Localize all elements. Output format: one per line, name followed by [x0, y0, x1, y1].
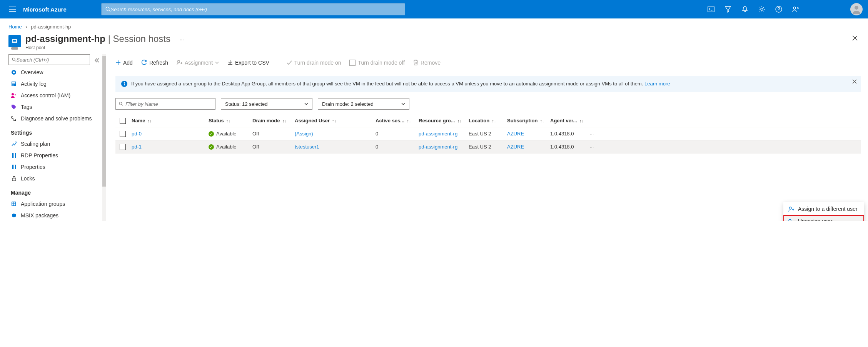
ctx-label: Assign to a different user — [798, 206, 858, 212]
sidebar-search[interactable] — [8, 54, 90, 65]
filter-drain-select[interactable]: Drain mode: 2 selected — [318, 98, 409, 110]
help-button[interactable] — [770, 0, 787, 18]
col-header-drain[interactable]: Drain mode ↑↓ — [251, 118, 293, 123]
trash-icon — [413, 60, 418, 65]
sort-icon: ↑↓ — [147, 118, 152, 123]
feedback-button[interactable] — [787, 0, 804, 18]
location-text: East US 2 — [469, 144, 491, 150]
banner-text: If you have assigned a user group to the… — [131, 81, 644, 87]
svg-point-17 — [15, 120, 16, 121]
global-search-input[interactable] — [111, 7, 401, 12]
svg-rect-29 — [14, 204, 15, 205]
resource-group-link[interactable]: pd-assignment-rg — [419, 131, 457, 137]
col-header-agent[interactable]: Agent ver... ↑↓ — [549, 118, 586, 123]
col-header-user[interactable]: Assigned User ↑↓ — [293, 118, 374, 123]
assigned-user-link[interactable]: (Assign) — [295, 131, 313, 137]
col-header-status[interactable]: Status ↑↓ — [207, 118, 251, 123]
sidebar-search-input[interactable] — [16, 57, 87, 63]
filter-by-name[interactable] — [115, 98, 215, 110]
sidebar-item-rdp-properties[interactable]: RDP Properties — [8, 150, 99, 161]
resource-group-link[interactable]: pd-assignment-rg — [419, 144, 457, 150]
diagnose-icon — [11, 115, 17, 122]
page-title-section: Session hosts — [113, 33, 170, 44]
notifications-button[interactable] — [736, 0, 753, 18]
session-hosts-table: Name ↑↓ Status ↑↓ Drain mode ↑↓ Assigned… — [115, 114, 861, 153]
ctx-assign-different-user[interactable]: Assign to a different user — [783, 203, 864, 215]
col-header-resource-group[interactable]: Resource gro... ↑↓ — [417, 118, 467, 123]
sidebar-item-properties[interactable]: Properties — [8, 161, 99, 173]
banner-learn-more-link[interactable]: Learn more — [644, 81, 670, 87]
sidebar-item-msix-packages[interactable]: MSIX packages — [8, 210, 99, 221]
svg-point-33 — [124, 82, 125, 83]
row-more-button[interactable]: ··· — [586, 131, 598, 137]
col-header-subscription[interactable]: Subscription ↑↓ — [506, 118, 549, 123]
directories-button[interactable] — [719, 0, 736, 18]
svg-point-0 — [106, 7, 109, 10]
page-close-button[interactable] — [852, 35, 858, 41]
svg-rect-20 — [15, 153, 16, 158]
banner-close-button[interactable] — [852, 79, 857, 84]
page-title-main: pd-assignment-hp — [25, 33, 105, 44]
toolbar-drain-off-button[interactable]: Turn drain mode off — [349, 60, 404, 66]
active-sessions: 0 — [376, 144, 378, 150]
toolbar-remove-button[interactable]: Remove — [413, 60, 441, 66]
select-all-checkbox[interactable] — [115, 118, 130, 124]
toolbar-drain-on-button[interactable]: Turn drain mode on — [287, 60, 341, 66]
toolbar-export-button[interactable]: Export to CSV — [227, 60, 269, 66]
sort-icon: ↑↓ — [579, 118, 584, 123]
sidebar-item-application-groups[interactable]: Application groups — [8, 198, 99, 210]
page-more-button[interactable]: ··· — [180, 37, 184, 42]
row-more-button[interactable]: ··· — [586, 144, 598, 150]
scrollbar-thumb[interactable] — [102, 56, 106, 187]
settings-button[interactable] — [753, 0, 770, 18]
filter-status-select[interactable]: Status: 12 selected — [221, 98, 312, 110]
filter-by-name-input[interactable] — [125, 101, 212, 107]
host-name-link[interactable]: pd-1 — [132, 144, 142, 150]
sidebar-item-diagnose[interactable]: Diagnose and solve problems — [8, 113, 99, 124]
person-assign-icon — [788, 206, 794, 212]
app-groups-icon — [11, 201, 17, 207]
sidebar-scrollbar[interactable] — [102, 54, 106, 221]
sidebar-item-activity-log[interactable]: Activity log — [8, 78, 99, 90]
sidebar-item-label: Activity log — [21, 81, 47, 87]
subscription-link[interactable]: AZURE — [507, 144, 524, 150]
col-header-location[interactable]: Location ↑↓ — [467, 118, 506, 123]
table-row[interactable]: pd-1 ✓Available Off tstestuser1 0 pd-ass… — [115, 140, 861, 153]
col-header-active[interactable]: Active ses... ↑↓ — [374, 118, 417, 123]
row-checkbox[interactable] — [115, 144, 130, 150]
subscription-link[interactable]: AZURE — [507, 131, 524, 137]
page-layout: Overview Activity log Access control (IA… — [0, 54, 868, 221]
assigned-user-link[interactable]: tstestuser1 — [295, 144, 319, 150]
breadcrumb-home[interactable]: Home — [8, 24, 22, 30]
toolbar-add-button[interactable]: Add — [115, 60, 133, 66]
col-header-name[interactable]: Name ↑↓ — [130, 118, 207, 123]
sidebar-item-access-control[interactable]: Access control (IAM) — [8, 90, 99, 101]
hamburger-menu-button[interactable] — [3, 7, 22, 12]
chevron-down-icon — [401, 103, 405, 105]
rdp-icon — [11, 152, 17, 158]
access-control-icon — [11, 92, 17, 98]
cloud-shell-button[interactable] — [703, 0, 719, 18]
toolbar-assignment-button[interactable]: Assignment — [177, 60, 219, 66]
toolbar-refresh-button[interactable]: Refresh — [141, 60, 168, 66]
host-name-link[interactable]: pd-0 — [132, 131, 142, 137]
sidebar-item-locks[interactable]: Locks — [8, 173, 99, 184]
sidebar-item-tags[interactable]: Tags — [8, 101, 99, 113]
svg-point-30 — [177, 60, 180, 63]
svg-rect-24 — [12, 178, 16, 181]
table-row[interactable]: pd-0 ✓Available Off (Assign) 0 pd-assign… — [115, 127, 861, 140]
person-feedback-icon — [792, 6, 799, 13]
sidebar-collapse-button[interactable] — [95, 58, 99, 63]
sidebar-item-scaling-plan[interactable]: Scaling plan — [8, 138, 99, 150]
close-icon — [852, 35, 858, 41]
ctx-unassign-user[interactable]: Unassign user — [783, 215, 864, 221]
download-icon — [227, 60, 233, 65]
svg-point-10 — [13, 72, 15, 73]
account-avatar[interactable] — [850, 3, 863, 15]
row-checkbox[interactable] — [115, 131, 130, 137]
toolbar-assignment-label: Assignment — [185, 60, 213, 66]
drain-text: Off — [252, 144, 259, 150]
status-available-icon: ✓ — [209, 131, 214, 137]
global-search[interactable] — [101, 3, 405, 15]
sidebar-item-overview[interactable]: Overview — [8, 67, 99, 78]
